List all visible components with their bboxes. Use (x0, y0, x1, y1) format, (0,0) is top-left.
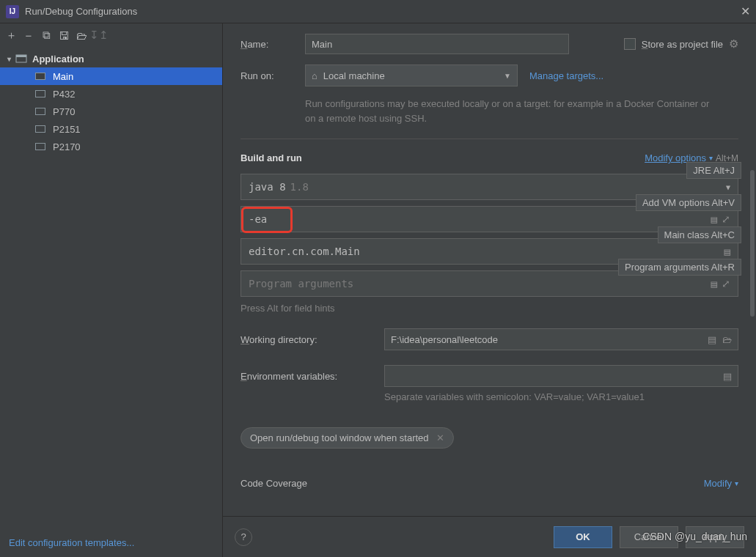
chip-label: Open run/debug tool window when started (250, 432, 429, 443)
program-args-placeholder: Program arguments (249, 278, 353, 289)
working-dir-input[interactable]: F:\idea\personal\leetcode ▤ 🗁 (384, 328, 738, 350)
runon-help-text: Run configurations may be executed local… (305, 97, 716, 125)
name-value: Main (312, 39, 332, 50)
coverage-title: Code Coverage (241, 478, 307, 489)
chevron-down-icon: ▾ (3, 55, 15, 63)
chevron-down-icon: ▾ (709, 154, 713, 162)
dialog-footer: ? OK Cancel Apply (223, 516, 756, 557)
close-icon[interactable]: ✕ (741, 4, 750, 18)
name-label: Name: (241, 39, 293, 50)
coverage-modify-link[interactable]: Modify ▾ (704, 478, 738, 489)
right-content: Name: Main Store as project file ⚙ Run o… (223, 23, 756, 516)
history-icon[interactable]: ▤ (724, 246, 730, 257)
browse-folder-icon[interactable]: 🗁 (722, 334, 732, 345)
code-coverage-row: Code Coverage Modify ▾ (241, 478, 738, 489)
tree-item-p2151[interactable]: P2151 (0, 120, 222, 138)
sort-icon[interactable]: ↧↥ (92, 29, 106, 42)
left-panel: ＋ − ⧉ 🖫 🗁 ↧↥ ▾ Application Main P432 (0, 23, 223, 557)
hint-jre: JRE Alt+J (686, 162, 741, 179)
env-hint: Separate variables with semicolon: VAR=v… (384, 391, 738, 402)
apply-button[interactable]: Apply (686, 526, 744, 548)
working-dir-label: Working directory: (241, 334, 373, 345)
config-icon (35, 140, 48, 153)
config-icon (35, 122, 48, 136)
tree-root-label: Application (32, 54, 84, 64)
chevron-down-icon: ▼ (726, 183, 730, 191)
name-input[interactable]: Main (305, 34, 569, 54)
runon-value: Local machine (323, 70, 385, 81)
chevron-down-icon: ▾ (735, 479, 738, 487)
env-input[interactable]: ▤ (384, 365, 738, 387)
field-actions: ▤ ⤢ (711, 278, 730, 289)
working-dir-row: Working directory: F:\idea\personal\leet… (241, 328, 738, 350)
tree-item-label: P2151 (53, 124, 81, 135)
cancel-button[interactable]: Cancel (620, 526, 678, 548)
tree-root-application[interactable]: ▾ Application (0, 50, 222, 67)
field-hint-text: Press Alt for field hints (241, 303, 738, 314)
main-area: ＋ − ⧉ 🖫 🗁 ↧↥ ▾ Application Main P432 (0, 23, 756, 557)
tree-item-main[interactable]: Main (0, 67, 222, 85)
build-fields: JRE Alt+J java 8 1.8 ▼ Add VM options Al… (241, 174, 738, 314)
name-row: Name: Main Store as project file ⚙ (241, 34, 738, 54)
working-dir-value: F:\idea\personal\leetcode (391, 334, 498, 345)
java-version: 1.8 (290, 181, 309, 193)
tree-item-label: P2170 (53, 141, 81, 152)
java-label: java 8 (249, 181, 286, 193)
svg-rect-1 (16, 55, 26, 57)
expand-icon[interactable]: ⤢ (722, 213, 730, 225)
tree-item-p432[interactable]: P432 (0, 85, 222, 103)
tree-item-label: P432 (53, 89, 75, 100)
help-icon[interactable]: ? (235, 528, 252, 546)
tree-item-p2170[interactable]: P2170 (0, 138, 222, 155)
application-icon (15, 52, 28, 65)
hint-vm: Add VM options Alt+V (636, 194, 741, 211)
run-on-dropdown[interactable]: ⌂ Local machine ▼ (305, 64, 518, 86)
hint-main: Main class Alt+C (658, 226, 741, 243)
history-icon[interactable]: ▤ (708, 334, 716, 345)
runon-row: Run on: ⌂ Local machine ▼ Manage targets… (241, 64, 738, 86)
hint-args: Program arguments Alt+R (618, 259, 741, 276)
runon-label: Run on: (241, 70, 293, 81)
tree-item-label: P770 (53, 106, 75, 117)
scrollbar[interactable] (750, 170, 755, 317)
titlebar: IJ Run/Debug Configurations ✕ (0, 0, 756, 23)
tree-item-label: Main (53, 71, 73, 82)
field-actions: ▤ (724, 246, 730, 257)
checkbox-icon[interactable] (624, 38, 636, 50)
separator (241, 139, 738, 139)
section-title: Build and run (241, 152, 302, 163)
store-as-project-file[interactable]: Store as project file ⚙ (624, 37, 738, 51)
add-icon[interactable]: ＋ (4, 29, 18, 42)
folder-icon[interactable]: 🗁 (75, 29, 88, 42)
build-run-header: Build and run Modify options ▾ Alt+M (241, 152, 738, 163)
config-tree: ▾ Application Main P432 P770 P2151 (0, 47, 222, 528)
open-tool-window-chip[interactable]: Open run/debug tool window when started … (241, 427, 454, 449)
app-logo-icon: IJ (6, 5, 19, 18)
home-icon: ⌂ (312, 70, 318, 81)
window-title: Run/Debug Configurations (25, 6, 741, 17)
field-actions: ▤ ⤢ (711, 213, 730, 225)
manage-targets-link[interactable]: Manage targets... (529, 70, 603, 81)
vm-options-value: -ea (249, 213, 267, 225)
history-icon[interactable]: ▤ (711, 278, 717, 289)
list-icon[interactable]: ▤ (723, 371, 732, 382)
chevron-down-icon: ▼ (504, 72, 511, 80)
right-panel: Name: Main Store as project file ⚙ Run o… (223, 23, 756, 557)
save-icon[interactable]: 🖫 (57, 29, 70, 42)
remove-icon[interactable]: − (22, 29, 35, 42)
config-icon (35, 87, 48, 100)
edit-config-templates-link[interactable]: Edit configuration templates... (0, 528, 222, 557)
main-class-value: editor.cn.com.Main (249, 246, 360, 257)
ok-button[interactable]: OK (554, 526, 612, 548)
copy-icon[interactable]: ⧉ (40, 29, 53, 42)
remove-chip-icon[interactable]: ✕ (436, 432, 444, 443)
expand-icon[interactable]: ⤢ (722, 278, 730, 289)
gear-icon[interactable]: ⚙ (729, 37, 738, 51)
tree-item-p770[interactable]: P770 (0, 103, 222, 120)
left-toolbar: ＋ − ⧉ 🖫 🗁 ↧↥ (0, 23, 222, 47)
env-label: Environment variables: (241, 371, 373, 382)
history-icon[interactable]: ▤ (711, 213, 717, 225)
env-row: Environment variables: ▤ (241, 365, 738, 387)
config-icon (35, 70, 48, 83)
config-icon (35, 105, 48, 118)
